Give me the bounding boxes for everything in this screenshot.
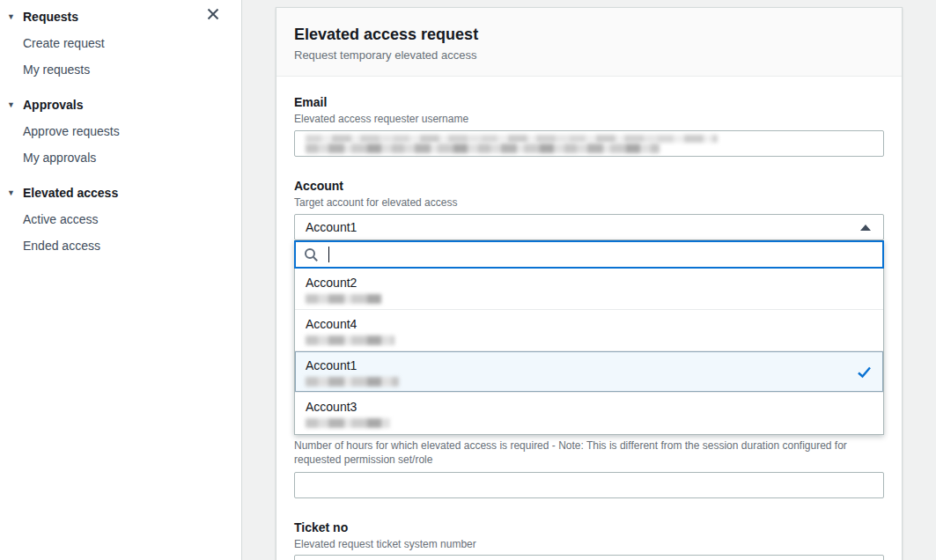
sidebar-section-approvals: ▼ Approvals Approve requests My approval… (0, 95, 241, 171)
duration-field[interactable] (294, 472, 884, 498)
sidebar-section-elevated-access-header[interactable]: ▼ Elevated access (0, 183, 241, 203)
account-option-account1[interactable]: Account1 (295, 351, 883, 393)
redacted-email-value (306, 135, 718, 143)
account-label: Account (294, 178, 884, 194)
side-navigation: ▼ Requests Create request My requests ▼ … (0, 0, 242, 560)
sidebar-item-approve-requests[interactable]: Approve requests (0, 118, 241, 144)
checkmark-icon (857, 365, 872, 379)
triangle-down-icon: ▼ (7, 13, 23, 21)
page-title: Elevated access request (294, 25, 884, 44)
sidebar-item-ended-access[interactable]: Ended access (0, 232, 241, 259)
account-selected-value: Account1 (306, 220, 357, 234)
triangle-up-icon (860, 225, 871, 231)
section-label: Elevated access (23, 186, 118, 200)
option-label: Account3 (306, 398, 873, 416)
account-option-account2[interactable]: Account2 (295, 269, 883, 310)
account-field-group: Account Target account for elevated acce… (294, 178, 884, 435)
account-option-list: Account2 Account4 Account1 (294, 269, 884, 435)
sidebar-section-approvals-header[interactable]: ▼ Approvals (0, 95, 241, 114)
request-form: Email Elevated access requester username… (276, 77, 902, 560)
account-option-account4[interactable]: Account4 (295, 310, 883, 351)
sidebar-item-my-approvals[interactable]: My approvals (0, 144, 241, 171)
ticket-label: Ticket no (294, 519, 884, 535)
triangle-down-icon: ▼ (7, 101, 23, 109)
sidebar-nav: ▼ Requests Create request My requests ▼ … (0, 7, 241, 259)
sidebar-section-elevated-access: ▼ Elevated access Active access Ended ac… (0, 183, 241, 259)
redacted-email-value (306, 144, 660, 153)
email-description: Elevated access requester username (294, 112, 879, 126)
account-select[interactable]: Account1 (294, 214, 884, 240)
main-content: Elevated access request Request temporar… (242, 0, 936, 560)
section-label: Approvals (23, 98, 83, 112)
email-field-group: Email Elevated access requester username (294, 94, 884, 157)
card-header: Elevated access request Request temporar… (276, 8, 902, 77)
option-label: Account1 (306, 357, 873, 374)
x-icon (206, 7, 220, 21)
magnifier-icon (304, 247, 319, 262)
sidebar-item-my-requests[interactable]: My requests (0, 56, 241, 83)
email-field[interactable] (294, 130, 884, 157)
ticket-field[interactable] (294, 555, 884, 560)
redacted-account-id (306, 418, 390, 428)
option-label: Account2 (306, 274, 873, 291)
account-dropdown: Account2 Account4 Account1 (294, 240, 884, 435)
redacted-account-id (306, 377, 399, 387)
ticket-field-group: Ticket no Elevated request ticket system… (294, 519, 884, 560)
close-sidebar-button[interactable] (204, 5, 222, 23)
redacted-account-id (306, 294, 381, 304)
ticket-description: Elevated request ticket system number (294, 537, 879, 551)
elevated-access-request-card: Elevated access request Request temporar… (276, 7, 903, 560)
sidebar-item-active-access[interactable]: Active access (0, 206, 241, 232)
redacted-account-id (306, 335, 394, 345)
account-search-box[interactable] (294, 240, 884, 269)
triangle-down-icon: ▼ (7, 189, 23, 197)
account-description: Target account for elevated access (294, 195, 879, 210)
duration-description: Number of hours for which elevated acces… (294, 438, 879, 467)
section-label: Requests (23, 10, 78, 24)
option-label: Account4 (306, 315, 873, 333)
account-option-account3[interactable]: Account3 (295, 393, 883, 434)
email-label: Email (294, 94, 884, 110)
sidebar-item-create-request[interactable]: Create request (0, 30, 241, 56)
page-subtitle: Request temporary elevated access (294, 48, 884, 62)
text-cursor (328, 247, 329, 262)
